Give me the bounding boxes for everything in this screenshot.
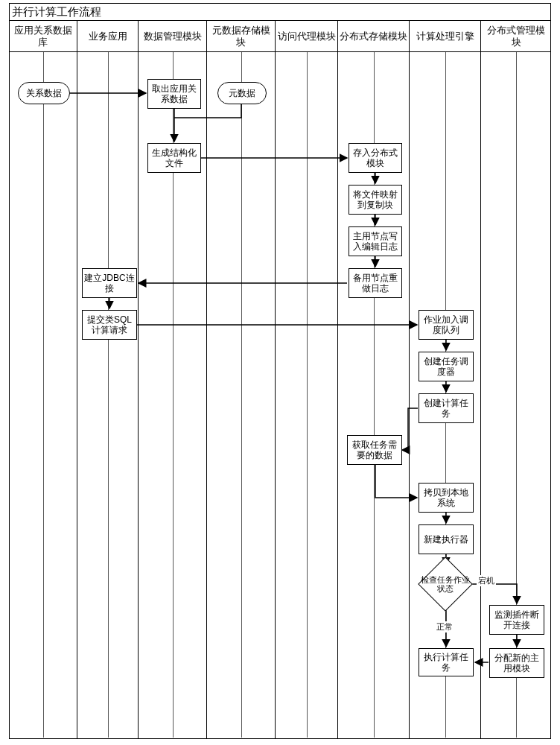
node-map-blocks: 将文件映射到复制块	[349, 185, 402, 215]
node-plugin-disconnect: 监测插件断开连接	[489, 605, 544, 635]
node-scheduler: 创建任务调度器	[419, 352, 474, 381]
decision-check-status: 检查任务作业状态	[426, 565, 465, 603]
node-generate-file: 生成结构化文件	[147, 143, 201, 173]
node-new-executor: 新建执行器	[419, 524, 474, 554]
lane-head-0: 应用关系数据库	[9, 21, 77, 52]
node-fetch-relational: 取出应用关系数据	[147, 79, 201, 109]
lane-head-7: 分布式管理模块	[481, 21, 551, 52]
node-standby-log: 备用节点重做日志	[349, 268, 402, 298]
lane-head-2: 数据管理模块	[139, 21, 206, 52]
data-metadata: 元数据	[217, 82, 267, 104]
diagram-title: 并行计算工作流程	[9, 3, 551, 21]
edge-label-normal: 正常	[435, 621, 454, 633]
node-assign-master: 分配新的主用模块	[489, 648, 544, 678]
node-jdbc: 建立JDBC连接	[82, 268, 137, 298]
node-get-data: 获取任务需要的数据	[347, 435, 402, 465]
data-relational: 关系数据	[18, 82, 70, 104]
node-store-dist: 存入分布式模块	[349, 143, 402, 173]
edge-label-crash: 宕机	[477, 575, 496, 586]
lane-head-6: 计算处理引擎	[410, 21, 480, 52]
node-queue: 作业加入调度队列	[419, 310, 474, 340]
lane-head-5: 分布式存储模块	[338, 21, 409, 52]
node-run-task: 执行计算任务	[419, 648, 474, 676]
lane-head-4: 访问代理模块	[276, 21, 337, 52]
lane-head-1: 业务应用	[77, 21, 138, 52]
node-sql-request: 提交类SQL计算请求	[82, 310, 137, 340]
lane-head-3: 元数据存储模块	[207, 21, 275, 52]
node-copy-local: 拷贝到本地系统	[419, 483, 474, 513]
node-create-task: 创建计算任务	[419, 393, 474, 423]
node-master-log: 主用节点写入编辑日志	[349, 226, 402, 256]
